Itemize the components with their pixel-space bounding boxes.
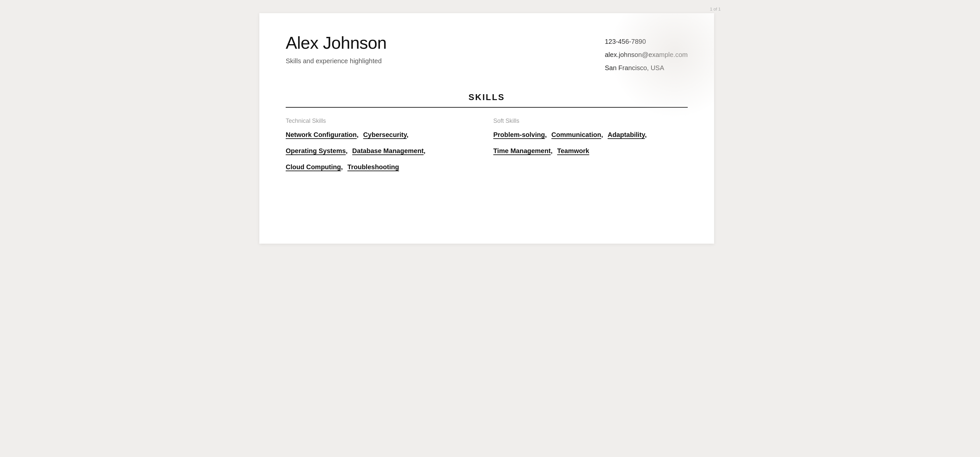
skill-cybersecurity: Cybersecurity, [363, 131, 408, 139]
skill-operating-systems: Operating Systems, [286, 147, 348, 155]
skill-problem-solving: Problem-solving, [493, 131, 547, 139]
technical-skills-row-2: Operating Systems, Database Management, [286, 147, 480, 161]
technical-skills-row-1: Network Configuration, Cybersecurity, [286, 131, 480, 144]
resume-page: Alex Johnson Skills and experience highl… [259, 13, 714, 244]
soft-skills-row-1: Problem-solving, Communication, Adaptabi… [493, 131, 688, 144]
skills-section: SKILLS Technical Skills Network Configur… [286, 92, 688, 179]
skill-database-management: Database Management, [352, 147, 425, 155]
soft-skills-row-2: Time Management, Teamwork [493, 147, 688, 161]
resume-subtitle: Skills and experience highlighted [286, 57, 605, 65]
location: San Francisco, USA [605, 63, 688, 73]
technical-skills-label: Technical Skills [286, 117, 480, 124]
header-right: 123-456-7890 alex.johnson@example.com Sa… [605, 33, 688, 76]
candidate-name: Alex Johnson [286, 33, 605, 53]
skill-cloud-computing: Cloud Computing, [286, 163, 343, 171]
skills-section-title: SKILLS [286, 92, 688, 102]
page-wrapper: 1 of 1 Alex Johnson Skills and experienc… [259, 13, 721, 244]
soft-skills-label: Soft Skills [493, 117, 688, 124]
header-section: Alex Johnson Skills and experience highl… [286, 33, 688, 76]
skill-teamwork: Teamwork [557, 147, 589, 155]
email-address: alex.johnson@example.com [605, 49, 688, 60]
skills-grid: Technical Skills Network Configuration, … [286, 117, 688, 179]
phone-number: 123-456-7890 [605, 36, 688, 47]
section-divider [286, 107, 688, 108]
header-left: Alex Johnson Skills and experience highl… [286, 33, 605, 65]
skill-time-management: Time Management, [493, 147, 553, 155]
soft-skills-column: Soft Skills Problem-solving, Communicati… [493, 117, 688, 179]
page-counter: 1 of 1 [710, 6, 721, 11]
skill-adaptability: Adaptability, [608, 131, 647, 139]
skill-network-configuration: Network Configuration, [286, 131, 358, 139]
skill-communication: Communication, [551, 131, 603, 139]
technical-skills-column: Technical Skills Network Configuration, … [286, 117, 480, 179]
technical-skills-row-3: Cloud Computing, Troubleshooting [286, 163, 480, 177]
skill-troubleshooting: Troubleshooting [347, 163, 399, 171]
